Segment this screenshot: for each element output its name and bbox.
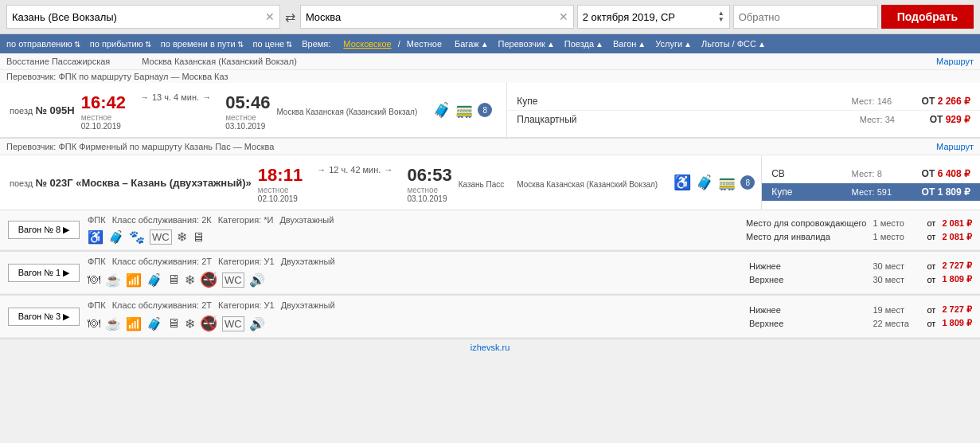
wagon-3-price-val-1: 2 727 ₽ <box>942 304 972 315</box>
wagon-1-price-val-1: 2 727 ₽ <box>942 261 972 271</box>
train1-price-platzkart[interactable]: Плацкартный Мест: 34 ОТ 929 ₽ <box>507 111 980 128</box>
sort-departure-icon: ⇅ <box>74 40 80 49</box>
price-type-platzkart: Плацкартный <box>517 114 853 125</box>
filter-benefits[interactable]: Льготы / ФСС ▲ <box>701 39 766 49</box>
price-val-kupe: ОТ 2 266 ₽ <box>922 96 970 107</box>
train2-arrive-station: Москва Казанская (Казанский Вокзал) <box>517 180 658 189</box>
wagon-8-button[interactable]: Вагон № 8 ▶ <box>8 221 80 239</box>
benefits-sort-icon: ▲ <box>758 40 766 49</box>
filter-services[interactable]: Услуги ▲ <box>655 39 692 49</box>
wagon8-pet-icon: 🐾 <box>129 229 145 245</box>
services-sort-icon: ▲ <box>684 40 692 49</box>
wagon-8-price-label-1: Место для сопровождающего <box>746 218 867 228</box>
wagon-8-price-label-2: Место для инвалида <box>746 232 867 241</box>
train2-duration-text: 12 ч. 42 мин. <box>329 165 381 174</box>
train1-prices: Купе Мест: 146 ОТ 2 266 ₽ Плацкартный Ме… <box>506 83 980 137</box>
search-button[interactable]: Подобрать <box>881 5 974 29</box>
wagon-3-price-seats-1: 19 мест <box>873 305 920 315</box>
wagon3-chart-icon: 📶 <box>126 316 142 331</box>
train2-header-text: Перевозчик: ФПК Фирменный по маршруту Ка… <box>6 142 274 151</box>
wagon-8-from-2: от <box>927 232 935 241</box>
train2-times: поезд № 023Г «Москва – Казань (двухэтажн… <box>0 155 667 210</box>
wagon-sort-icon: ▲ <box>638 40 646 49</box>
wagon3-wc-icon: WC <box>222 316 244 331</box>
train1-carrier-line: Перевозчик: ФПК по маршруту Барнаул — Мо… <box>0 70 980 83</box>
wagon3-screen-icon: 🖥 <box>167 316 180 331</box>
return-field[interactable] <box>733 5 878 29</box>
train2-number: № 023Г «Москва – Казань (двухэтажный)» <box>36 177 252 189</box>
to-input[interactable] <box>306 11 556 23</box>
wagon3-food-icon: 🍽 <box>88 316 100 331</box>
wagon-3-from-2: от <box>927 319 935 328</box>
wagon-3-info-line: ФПК Класс обслуживания: 2Т Категория: У1… <box>88 300 741 310</box>
sort-departure[interactable]: по отправлению ⇅ <box>6 39 80 49</box>
train2-duration-row: → 12 ч. 42 мин. → <box>317 165 392 174</box>
date-down-icon[interactable]: ▼ <box>718 17 724 23</box>
train1-badge: 8 <box>478 103 492 117</box>
train1-duration-text: 13 ч. 4 мин. <box>152 92 199 102</box>
train-sort-icon: ▲ <box>595 40 603 49</box>
swap-button[interactable]: ⇄ <box>283 10 297 25</box>
sort-price[interactable]: по цене ⇅ <box>253 39 293 49</box>
filter-train[interactable]: Поезда ▲ <box>564 39 603 49</box>
wagon-section: Вагон № 8 ▶ ФПК Класс обслуживания: 2К К… <box>0 210 980 338</box>
from-field[interactable]: ✕ <box>6 5 280 29</box>
train1-number-label: поезд <box>10 106 33 116</box>
footer-watermark: izhevsk.ru <box>0 339 980 355</box>
price-val-sv: ОТ 6 408 ₽ <box>922 168 970 179</box>
train1-route-link[interactable]: Маршрут <box>936 57 974 66</box>
train2-price-sv[interactable]: СВ Мест: 8 ОТ 6 408 ₽ <box>762 165 980 183</box>
return-input[interactable] <box>739 11 873 23</box>
time-label: Время: <box>302 39 330 49</box>
wagon-row-3: Вагон № 3 ▶ ФПК Класс обслуживания: 2Т К… <box>0 296 980 338</box>
wagon-1-prices: Нижнее 30 мест от 2 727 ₽ Верхнее 30 мес… <box>749 261 972 284</box>
sort-travel-time[interactable]: по времени в пути ⇅ <box>161 39 244 49</box>
date-field[interactable]: ▲ ▼ <box>577 5 730 29</box>
train-block-1: Восстание Пассажирская Москва Казанская … <box>0 53 980 139</box>
train2-depart: 18:11 местное 02.10.2019 <box>258 165 303 203</box>
train2-stations-row: Казань Пасс Москва Казанская (Казанский … <box>459 180 658 189</box>
wagon-3-price-row-2: Верхнее 22 места от 1 809 ₽ <box>749 318 972 328</box>
date-input[interactable] <box>583 11 716 23</box>
train2-route-link[interactable]: Маршрут <box>936 142 974 151</box>
wagon-1-price-label-2: Верхнее <box>749 275 866 284</box>
wagon-8-info-line: ФПК Класс обслуживания: 2К Категория: *И… <box>88 215 738 225</box>
time-local[interactable]: Местное <box>404 38 445 49</box>
train2-arrive-type: местное <box>407 186 451 194</box>
from-clear-icon[interactable]: ✕ <box>265 10 275 23</box>
time-sep: / <box>395 38 404 49</box>
price-type-kupe: Купе <box>517 96 845 107</box>
wagon-row-8: Вагон № 8 ▶ ФПК Класс обслуживания: 2К К… <box>0 210 980 250</box>
train2-price-kupe[interactable]: Купе Мест: 591 ОТ 1 809 ₽ <box>762 183 980 201</box>
train2-depart-type: местное <box>258 186 303 194</box>
filter-bar: по отправлению ⇅ по прибытию ⇅ по времен… <box>0 34 980 53</box>
time-moscow[interactable]: Московское <box>340 38 394 49</box>
filter-luggage[interactable]: Багаж ▲ <box>455 39 489 49</box>
wagon-1-price-row-2: Верхнее 30 мест от 1 809 ₽ <box>749 274 972 284</box>
sort-arrival[interactable]: по прибытию ⇅ <box>90 39 151 49</box>
filter-carrier[interactable]: Перевозчик ▲ <box>498 39 555 49</box>
sort-arrival-icon: ⇅ <box>145 40 151 49</box>
wagon1-snowflake-icon: ❄ <box>185 272 195 288</box>
train1-arrive-station: Москва Казанская (Казанский Вокзал) <box>142 57 297 66</box>
wagon1-luggage-icon: 🧳 <box>146 272 162 288</box>
wagon-1-button[interactable]: Вагон № 1 ▶ <box>8 264 80 282</box>
train2-prices: СВ Мест: 8 ОТ 6 408 ₽ Купе Мест: 591 ОТ … <box>761 155 980 210</box>
train2-badge: 8 <box>740 175 755 190</box>
to-clear-icon[interactable]: ✕ <box>559 10 568 23</box>
date-arrows[interactable]: ▲ ▼ <box>718 10 724 23</box>
to-field[interactable]: ✕ <box>300 5 574 29</box>
price-val-platzkart: ОТ 929 ₽ <box>930 114 970 125</box>
filter-wagon[interactable]: Вагон ▲ <box>613 39 646 49</box>
from-input[interactable] <box>12 11 262 23</box>
price-rub-kupe: 2 266 ₽ <box>938 96 970 107</box>
train1-arrive-date: 03.10.2019 <box>225 122 270 131</box>
wagon-8-category: Категория: *И <box>218 215 274 225</box>
train1-price-kupe[interactable]: Купе Мест: 146 ОТ 2 266 ₽ <box>507 92 980 111</box>
wagon-3-price-seats-2: 22 места <box>873 319 920 328</box>
wagon-3-price-label-2: Верхнее <box>749 319 866 328</box>
train1-depart-type: местное <box>81 113 126 122</box>
wagon3-snowflake-icon: ❄ <box>185 316 195 331</box>
wagon-3-button[interactable]: Вагон № 3 ▶ <box>8 308 80 326</box>
wagon-1-price-seats-2: 30 мест <box>873 275 920 284</box>
